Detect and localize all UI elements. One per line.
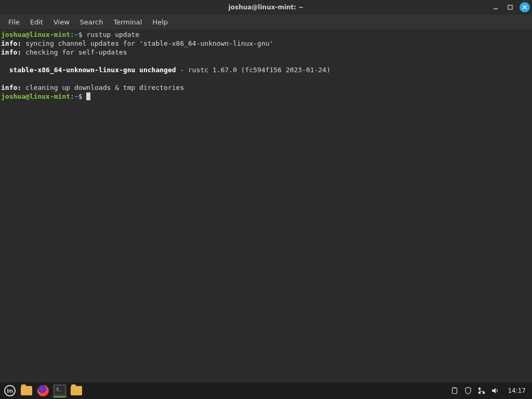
svg-rect-5 (454, 388, 456, 389)
info-label: info: (1, 39, 21, 47)
prompt-user-host: joshua@linux-mint (1, 31, 70, 38)
menubar: File Edit View Search Terminal Help (0, 15, 532, 29)
taskbar-terminal[interactable]: $_ (53, 384, 66, 397)
volume-icon[interactable] (491, 387, 499, 395)
prompt-symbol: $ (78, 31, 83, 38)
system-tray: 14:17 (450, 387, 529, 395)
prompt-path: ~ (74, 92, 78, 100)
menu-edit[interactable]: Edit (25, 16, 48, 28)
shield-icon[interactable] (464, 387, 472, 395)
network-icon[interactable] (477, 387, 486, 395)
taskbar-firefox[interactable] (36, 384, 50, 397)
prompt-symbol: $ (78, 92, 83, 100)
menu-terminal[interactable]: Terminal (108, 16, 147, 28)
prompt-separator: : (70, 92, 74, 100)
line-cleanup: cleaning up downloads & tmp directories (21, 84, 184, 91)
svg-rect-6 (478, 388, 481, 390)
menu-search[interactable]: Search (75, 16, 109, 28)
svg-rect-8 (478, 392, 481, 394)
window-titlebar: joshua@linux-mint: ~ (0, 0, 532, 15)
menu-file[interactable]: File (3, 16, 25, 28)
menu-help[interactable]: Help (147, 16, 173, 28)
window-title: joshua@linux-mint: ~ (229, 4, 304, 11)
folder-icon (21, 386, 32, 395)
command-text: rustup update (86, 31, 139, 38)
line-stable-bold: stable-x86_64-unknown-linux-gnu unchange… (9, 66, 176, 74)
info-label: info: (1, 48, 21, 56)
terminal-output[interactable]: joshua@linux-mint:~$ rustup update info:… (0, 29, 532, 382)
window-controls (490, 2, 530, 12)
info-label: info: (1, 84, 21, 91)
svg-rect-4 (453, 388, 457, 394)
taskbar-clock[interactable]: 14:17 (504, 387, 529, 394)
line-syncing: syncing channel updates for 'stable-x86_… (21, 39, 273, 47)
mint-logo-icon: lm (4, 385, 16, 396)
line-stable-version: - rustc 1.67.0 (fc594f156 2023-01-24) (176, 66, 330, 74)
line-checking: checking for self-updates (21, 48, 127, 56)
taskbar-show-desktop[interactable] (20, 384, 33, 397)
terminal-icon: $_ (54, 385, 65, 395)
prompt-separator: : (70, 31, 74, 38)
svg-rect-7 (483, 392, 485, 394)
clipboard-icon[interactable] (450, 387, 459, 395)
prompt-user-host: joshua@linux-mint (1, 92, 70, 100)
taskbar-files[interactable] (70, 384, 83, 397)
folder-icon (71, 386, 82, 395)
minimize-button[interactable] (490, 2, 501, 12)
close-button[interactable] (520, 2, 530, 12)
svg-rect-1 (508, 5, 512, 9)
taskbar: lm $_ 14:17 (0, 382, 532, 399)
start-menu-button[interactable]: lm (3, 384, 17, 397)
maximize-button[interactable] (505, 2, 515, 12)
menu-view[interactable]: View (48, 16, 75, 28)
line-stable-indent (1, 66, 9, 74)
terminal-cursor (86, 92, 90, 100)
firefox-icon (37, 385, 49, 396)
prompt-path: ~ (74, 31, 78, 38)
